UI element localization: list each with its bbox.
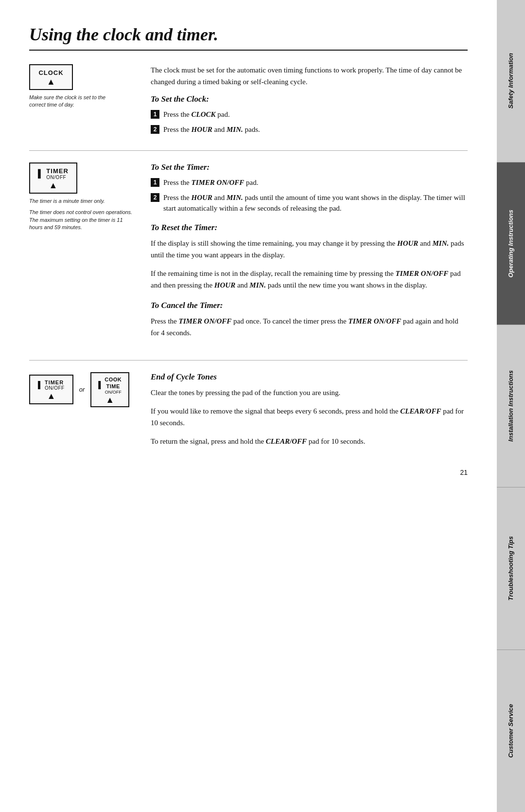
sidebar-item-installation[interactable]: Installation Instructions xyxy=(497,325,525,487)
clock-intro: The clock must be set for the automatic … xyxy=(151,64,468,88)
eoc-cook-arrow: ▲ xyxy=(105,396,114,404)
timer-pad-arrow: ▲ xyxy=(49,181,57,190)
eoc-left: ▌ TIMER ON/OFF ▲ or ▌ xyxy=(29,372,136,454)
eoc-para1: Clear the tones by pressing the pad of t… xyxy=(151,387,468,398)
sidebar-item-operating[interactable]: Operating Instructions xyxy=(497,162,525,325)
timer-bar-icon: ▌ xyxy=(38,169,43,178)
bottom-pads: ▌ TIMER ON/OFF ▲ or ▌ xyxy=(29,372,136,408)
eoc-cook-label1: COOK xyxy=(105,376,122,383)
eoc-para2: If you would like to remove the signal t… xyxy=(151,405,468,429)
sidebar-item-safety[interactable]: Safety Information xyxy=(497,0,525,162)
timer-step2-text: Press the HOUR and MIN. pads until the a… xyxy=(163,192,468,214)
end-of-cycle-section: ▌ TIMER ON/OFF ▲ or ▌ xyxy=(29,372,468,454)
sidebar-label-operating: Operating Instructions xyxy=(507,210,515,277)
clock-left: CLOCK ▲ Make sure the clock is set to th… xyxy=(29,64,136,139)
timer-step1-text: Press the TIMER ON/OFF pad. xyxy=(163,177,258,188)
eoc-heading: End of Cycle Tones xyxy=(151,372,468,382)
eoc-cook-sublabel: ON/OFF xyxy=(105,390,122,395)
eoc-para3: To return the signal, press and hold the… xyxy=(151,435,468,447)
reset-timer-heading: To Reset the Timer: xyxy=(151,223,468,233)
page-number: 21 xyxy=(29,469,468,476)
timer-caption2: The timer does not control oven operatio… xyxy=(29,209,136,231)
page-wrapper: Using the clock and timer. CLOCK ▲ Make … xyxy=(0,0,525,812)
clock-section: CLOCK ▲ Make sure the clock is set to th… xyxy=(29,64,468,139)
set-timer-heading: To Set the Timer: xyxy=(151,162,468,172)
main-content: Using the clock and timer. CLOCK ▲ Make … xyxy=(0,0,497,812)
sidebar-label-installation: Installation Instructions xyxy=(507,370,515,442)
reset-timer-para2: If the remaining time is not in the disp… xyxy=(151,268,468,291)
cancel-timer-heading: To Cancel the Timer: xyxy=(151,301,468,310)
eoc-timer-label: TIMER xyxy=(45,379,65,385)
page-title: Using the clock and timer. xyxy=(29,24,468,45)
reset-timer-block: To Reset the Timer: If the display is st… xyxy=(151,223,468,291)
step-2-number: 2 xyxy=(151,125,159,134)
sidebar-label-troubleshooting: Troubleshooting Tips xyxy=(507,536,515,600)
timer-pad-sublabel: ON/OFF xyxy=(46,175,68,180)
timer-step-1: 1 Press the TIMER ON/OFF pad. xyxy=(151,177,468,188)
timer-right: To Set the Timer: 1 Press the TIMER ON/O… xyxy=(151,162,468,348)
eoc-timer-sublabel: ON/OFF xyxy=(45,385,65,391)
sidebar-item-troubleshooting[interactable]: Troubleshooting Tips xyxy=(497,487,525,650)
eoc-timer-bar: ▌ xyxy=(38,381,43,389)
eoc-cook-bar: ▌ xyxy=(98,381,103,389)
sidebar: Safety Information Operating Instruction… xyxy=(497,0,525,812)
timer-caption: The timer is a minute timer only. xyxy=(29,198,136,205)
clock-step1-text: Press the CLOCK pad. xyxy=(163,109,230,120)
step-1-number: 1 xyxy=(151,110,159,119)
clock-right: The clock must be set for the automatic … xyxy=(151,64,468,139)
clock-step-2: 2 Press the HOUR and MIN. pads. xyxy=(151,124,468,135)
clock-pad-box: CLOCK ▲ xyxy=(29,64,73,90)
clock-caption: Make sure the clock is set to the correc… xyxy=(29,94,136,109)
timer-left: ▌ TIMER ON/OFF ▲ The timer is a minute t… xyxy=(29,162,136,348)
eoc-right: End of Cycle Tones Clear the tones by pr… xyxy=(151,372,468,454)
eoc-timer-pad: ▌ TIMER ON/OFF ▲ xyxy=(29,375,73,404)
eoc-cook-label2: TIME xyxy=(105,383,122,390)
timer-step2-number: 2 xyxy=(151,193,159,202)
clock-step2-text: Press the HOUR and MIN. pads. xyxy=(163,124,260,135)
sidebar-item-customer[interactable]: Customer Service xyxy=(497,650,525,812)
or-text: or xyxy=(79,386,85,393)
sidebar-label-customer: Customer Service xyxy=(507,704,515,758)
eoc-timer-arrow: ▲ xyxy=(47,392,55,400)
set-clock-heading: To Set the Clock: xyxy=(151,94,468,104)
timer-pad-box: ▌ TIMER ON/OFF ▲ xyxy=(29,162,77,194)
cancel-timer-block: To Cancel the Timer: Press the TIMER ON/… xyxy=(151,301,468,339)
clock-step-1: 1 Press the CLOCK pad. xyxy=(151,109,468,120)
timer-step1-number: 1 xyxy=(151,178,159,187)
clock-pad-arrow: ▲ xyxy=(47,77,55,86)
timer-pad-label: TIMER xyxy=(46,167,68,175)
title-divider xyxy=(29,50,468,51)
section-divider-2 xyxy=(29,360,468,361)
section-divider-1 xyxy=(29,150,468,151)
timer-section: ▌ TIMER ON/OFF ▲ The timer is a minute t… xyxy=(29,162,468,348)
reset-timer-para1: If the display is still showing the time… xyxy=(151,237,468,261)
sidebar-label-safety: Safety Information xyxy=(507,53,515,108)
cancel-timer-para: Press the TIMER ON/OFF pad once. To canc… xyxy=(151,315,468,339)
eoc-cook-time-pad: ▌ COOK TIME ON/OFF ▲ xyxy=(90,372,129,408)
clock-pad-label: CLOCK xyxy=(38,69,63,76)
timer-step-2: 2 Press the HOUR and MIN. pads until the… xyxy=(151,192,468,214)
